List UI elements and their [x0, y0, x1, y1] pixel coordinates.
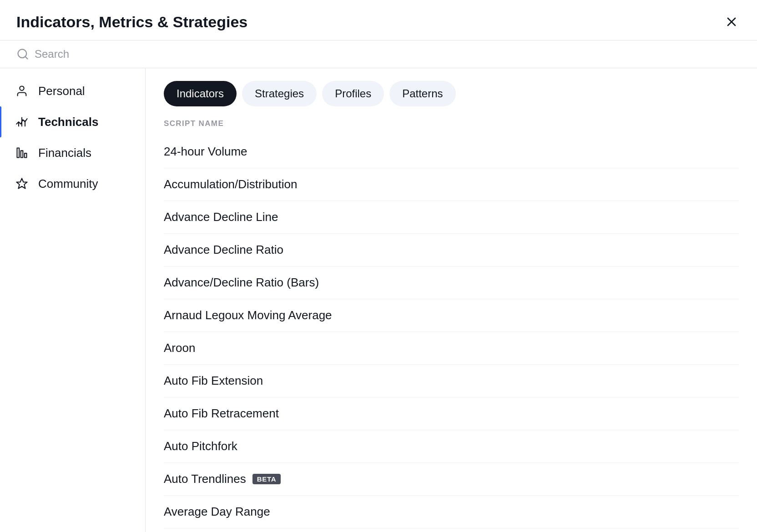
- script-name: Auto Fib Retracement: [164, 407, 279, 421]
- sidebar-label-personal: Personal: [38, 84, 85, 98]
- tab-strategies[interactable]: Strategies: [242, 81, 317, 106]
- sidebar: Personal Technicals: [0, 68, 146, 532]
- svg-point-4: [20, 86, 24, 90]
- list-item[interactable]: Auto Pitchfork: [164, 430, 739, 463]
- tab-patterns[interactable]: Patterns: [389, 81, 455, 106]
- list-item[interactable]: Accumulation/Distribution: [164, 168, 739, 201]
- person-icon: [15, 84, 29, 98]
- tab-profiles[interactable]: Profiles: [322, 81, 384, 106]
- list-item[interactable]: 24-hour Volume: [164, 136, 739, 168]
- script-name: Advance Decline Line: [164, 210, 278, 224]
- sidebar-item-community[interactable]: Community: [0, 168, 145, 199]
- script-name: Auto Trendlines: [164, 472, 246, 486]
- beta-badge: BETA: [252, 474, 281, 484]
- list-item[interactable]: Auto Fib Extension: [164, 365, 739, 397]
- script-name: 24-hour Volume: [164, 145, 247, 159]
- sidebar-label-technicals: Technicals: [38, 115, 98, 129]
- list-item[interactable]: Advance Decline Line: [164, 201, 739, 234]
- close-icon: [724, 15, 739, 29]
- sidebar-label-financials: Financials: [38, 146, 91, 160]
- tab-indicators[interactable]: Indicators: [164, 81, 237, 106]
- svg-rect-10: [25, 153, 27, 157]
- script-name: Aroon: [164, 341, 195, 355]
- financials-icon: [15, 146, 29, 160]
- list-item[interactable]: Advance/Decline Ratio (Bars): [164, 266, 739, 299]
- modal-body: Personal Technicals: [0, 68, 757, 532]
- column-header: SCRIPT NAME: [164, 119, 739, 132]
- list-item[interactable]: Auto Fib Retracement: [164, 397, 739, 430]
- list-item[interactable]: Average Day Range: [164, 496, 739, 528]
- sidebar-label-community: Community: [38, 177, 98, 191]
- list-item[interactable]: Arnaud Legoux Moving Average: [164, 299, 739, 332]
- svg-marker-11: [16, 178, 27, 188]
- svg-rect-8: [17, 148, 20, 158]
- list-item[interactable]: Aroon: [164, 332, 739, 365]
- content-area: Indicators Strategies Profiles Patterns …: [146, 68, 757, 532]
- search-icon: [16, 48, 29, 60]
- close-button[interactable]: [722, 13, 741, 31]
- search-bar: [0, 40, 757, 68]
- modal-header: Indicators, Metrics & Strategies: [0, 0, 757, 40]
- list-item[interactable]: Advance Decline Ratio: [164, 234, 739, 266]
- modal-title: Indicators, Metrics & Strategies: [16, 13, 247, 31]
- script-name: Advance/Decline Ratio (Bars): [164, 276, 319, 290]
- community-icon: [15, 176, 29, 191]
- modal: Indicators, Metrics & Strategies: [0, 0, 757, 532]
- sidebar-item-technicals[interactable]: Technicals: [0, 106, 145, 137]
- script-name: Accumulation/Distribution: [164, 177, 297, 191]
- script-name: Auto Pitchfork: [164, 439, 237, 453]
- script-name: Advance Decline Ratio: [164, 243, 283, 257]
- svg-line-3: [25, 56, 27, 59]
- sidebar-item-financials[interactable]: Financials: [0, 137, 145, 168]
- svg-rect-9: [21, 151, 23, 157]
- list-item[interactable]: Auto Trendlines BETA: [164, 463, 739, 496]
- script-name: Arnaud Legoux Moving Average: [164, 308, 332, 322]
- script-name: Average Day Range: [164, 505, 270, 519]
- search-input[interactable]: [35, 48, 741, 60]
- script-name: Auto Fib Extension: [164, 374, 263, 388]
- tabs: Indicators Strategies Profiles Patterns: [164, 81, 739, 106]
- technicals-icon: [15, 115, 29, 129]
- script-list: 24-hour Volume Accumulation/Distribution…: [164, 136, 739, 528]
- sidebar-item-personal[interactable]: Personal: [0, 75, 145, 106]
